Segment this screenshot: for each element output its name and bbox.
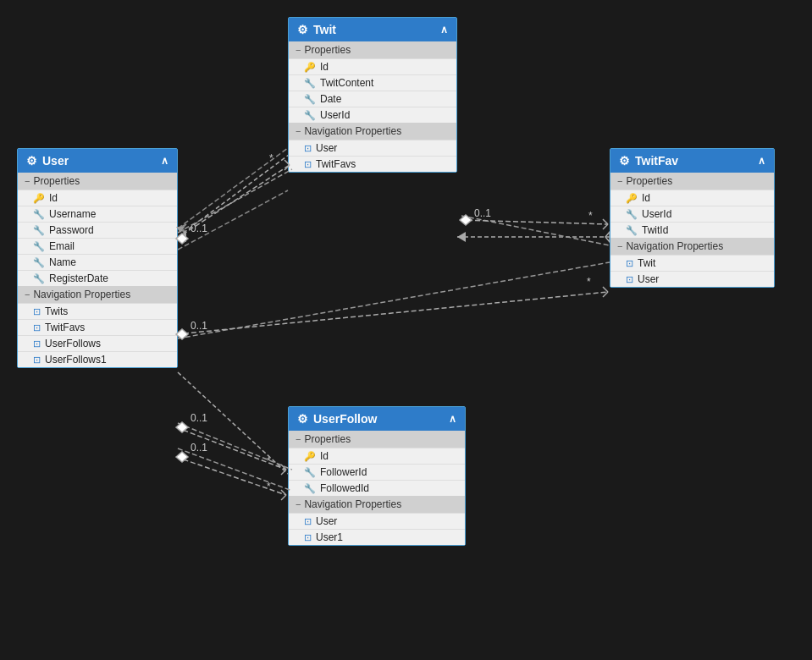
twit-prop-minus: − bbox=[296, 45, 301, 55]
nav-icon: ⊡ bbox=[626, 258, 633, 269]
twitfav-prop-id: 🔑 Id bbox=[610, 190, 774, 206]
mult-user-twit-from: 0..1 bbox=[191, 223, 207, 234]
twitfav-nav-user: ⊡ User bbox=[610, 271, 774, 287]
svg-line-13 bbox=[178, 448, 292, 491]
nav-icon: ⊡ bbox=[33, 306, 41, 317]
prop-icon: 🔧 bbox=[33, 241, 45, 252]
userfollow-collapse-icon[interactable]: ∧ bbox=[449, 413, 456, 425]
twitfav-prop-userid: 🔧 UserId bbox=[610, 206, 774, 222]
mult-user-userfollow2-to: * bbox=[267, 481, 271, 492]
user-nav-twits: ⊡ Twits bbox=[18, 303, 177, 319]
svg-marker-6 bbox=[457, 232, 466, 242]
twit-nav-user: ⊡ User bbox=[289, 140, 456, 156]
prop-icon: 🔧 bbox=[626, 225, 638, 236]
user-nav-userfollows: ⊡ UserFollows bbox=[18, 335, 177, 351]
userfollow-nav-user: ⊡ User bbox=[289, 513, 465, 529]
userfollow-prop-minus: − bbox=[296, 434, 301, 444]
svg-line-2 bbox=[178, 190, 288, 250]
entity-twitfav: ⚙ TwitFav ∧ − Properties 🔑 Id 🔧 UserId 🔧… bbox=[610, 148, 775, 288]
entity-userfollow-title: UserFollow bbox=[313, 412, 377, 426]
mult-user-twitfav-to: * bbox=[587, 276, 591, 288]
twitfav-nav-section: − Navigation Properties bbox=[610, 238, 774, 255]
mult-user-userfollow1-to: * bbox=[267, 455, 271, 467]
nav-icon: ⊡ bbox=[33, 355, 41, 366]
svg-line-26 bbox=[603, 292, 608, 297]
nav-icon: ⊡ bbox=[304, 532, 312, 543]
svg-marker-20 bbox=[460, 215, 472, 225]
svg-line-25 bbox=[603, 287, 608, 292]
twit-nav-twitfavs: ⊡ TwitFavs bbox=[289, 156, 456, 172]
nav-icon: ⊡ bbox=[33, 338, 41, 349]
prop-icon: 🔧 bbox=[33, 257, 45, 268]
twitfav-prop-twitid: 🔧 TwitId bbox=[610, 222, 774, 238]
svg-marker-24 bbox=[176, 329, 188, 339]
user-properties-section: − Properties bbox=[18, 173, 177, 190]
svg-line-14 bbox=[461, 216, 610, 245]
user-nav-twitfavs: ⊡ TwitFavs bbox=[18, 319, 177, 335]
entity-twit-title: Twit bbox=[313, 23, 336, 36]
user-prop-password: 🔧 Password bbox=[18, 222, 177, 238]
userfollow-properties-section: − Properties bbox=[289, 431, 465, 448]
userfollow-header-icon: ⚙ bbox=[297, 412, 308, 426]
key-icon: 🔑 bbox=[33, 193, 45, 204]
twitfav-nav-twit: ⊡ Twit bbox=[610, 255, 774, 271]
twit-collapse-icon[interactable]: ∧ bbox=[440, 24, 448, 36]
user-prop-name: 🔧 Name bbox=[18, 254, 177, 270]
twit-prop-twitcontent: 🔧 TwitContent bbox=[289, 74, 456, 91]
user-collapse-icon[interactable]: ∧ bbox=[161, 155, 168, 167]
user-nav-userfollows1: ⊡ UserFollows1 bbox=[18, 351, 177, 367]
entity-user: ⚙ User ∧ − Properties 🔑 Id 🔧 Username 🔧 … bbox=[17, 148, 178, 368]
user-prop-id: 🔑 Id bbox=[18, 190, 177, 206]
twit-nav-minus: − bbox=[296, 126, 301, 136]
user-prop-minus: − bbox=[25, 176, 30, 186]
svg-line-29 bbox=[281, 465, 286, 470]
prop-icon: 🔧 bbox=[304, 94, 316, 105]
twitfav-properties-section: − Properties bbox=[610, 173, 774, 190]
mult-user-userfollow1-from: 0..1 bbox=[191, 412, 207, 424]
prop-icon: 🔧 bbox=[33, 225, 45, 236]
twit-header-icon: ⚙ bbox=[297, 23, 308, 36]
svg-line-19 bbox=[460, 220, 608, 224]
twitfav-prop-minus: − bbox=[617, 176, 622, 186]
mult-user-twit-to: * bbox=[269, 152, 273, 164]
twit-nav-section: − Navigation Properties bbox=[289, 123, 456, 140]
mult-user-userfollow2-from: 0..1 bbox=[191, 442, 207, 454]
svg-line-22 bbox=[603, 224, 608, 229]
user-prop-email: 🔧 Email bbox=[18, 238, 177, 254]
user-nav-section: − Navigation Properties bbox=[18, 286, 177, 303]
userfollow-prop-followedid: 🔧 FollowedId bbox=[289, 480, 465, 496]
userfollow-nav-minus: − bbox=[296, 499, 301, 509]
nav-icon: ⊡ bbox=[626, 274, 633, 285]
entity-userfollow: ⚙ UserFollow ∧ − Properties 🔑 Id 🔧 Follo… bbox=[288, 406, 466, 546]
prop-icon: 🔧 bbox=[626, 209, 638, 220]
entity-userfollow-header: ⚙ UserFollow ∧ bbox=[289, 407, 465, 431]
user-header-icon: ⚙ bbox=[26, 154, 37, 168]
svg-line-21 bbox=[603, 219, 608, 224]
entity-user-header: ⚙ User ∧ bbox=[18, 149, 177, 173]
nav-icon: ⊡ bbox=[304, 159, 312, 170]
key-icon: 🔑 bbox=[626, 193, 638, 204]
entity-twitfav-title: TwitFav bbox=[635, 154, 678, 168]
svg-marker-32 bbox=[176, 452, 188, 462]
svg-marker-4 bbox=[178, 232, 186, 242]
prop-icon: 🔧 bbox=[33, 273, 45, 284]
entity-twitfav-header: ⚙ TwitFav ∧ bbox=[610, 149, 774, 173]
key-icon: 🔑 bbox=[304, 451, 316, 462]
svg-line-33 bbox=[281, 490, 286, 495]
user-nav-minus: − bbox=[25, 289, 30, 300]
entity-twit-header: ⚙ Twit ∧ bbox=[289, 18, 456, 41]
entity-user-title: User bbox=[42, 154, 69, 168]
prop-icon: 🔧 bbox=[304, 483, 316, 494]
userfollow-prop-followerid: 🔧 FollowerId bbox=[289, 464, 465, 480]
user-prop-username: 🔧 Username bbox=[18, 206, 177, 222]
svg-marker-1 bbox=[178, 224, 186, 233]
twit-properties-section: − Properties bbox=[289, 41, 456, 58]
svg-line-11 bbox=[178, 262, 610, 338]
twitfav-header-icon: ⚙ bbox=[619, 154, 630, 168]
twitfav-collapse-icon[interactable]: ∧ bbox=[758, 155, 765, 167]
mult-twit-twitfav-to: * bbox=[588, 210, 593, 222]
svg-marker-16 bbox=[176, 234, 188, 244]
twit-prop-date: 🔧 Date bbox=[289, 91, 456, 107]
twitfav-nav-minus: − bbox=[617, 241, 622, 251]
entity-twit: ⚙ Twit ∧ − Properties 🔑 Id 🔧 TwitContent… bbox=[288, 17, 457, 173]
